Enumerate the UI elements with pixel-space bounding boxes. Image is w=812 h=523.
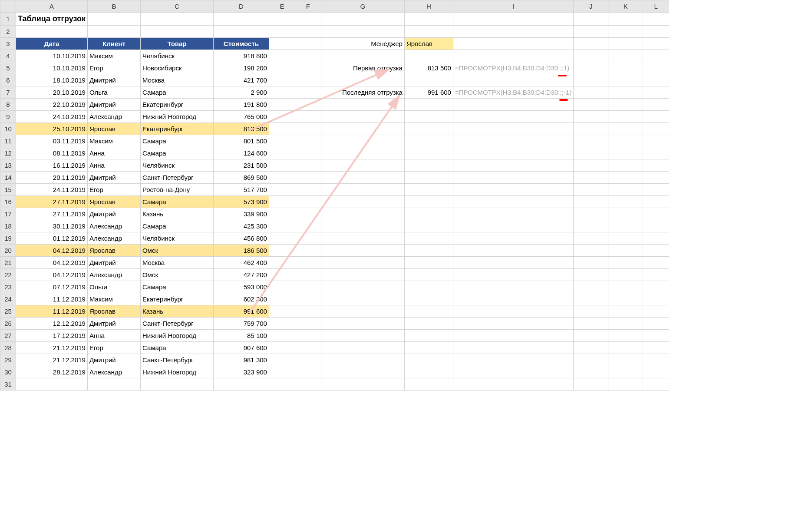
- cell-H18[interactable]: [404, 220, 453, 232]
- cell-L30[interactable]: [643, 366, 669, 378]
- cell-D2[interactable]: [213, 26, 269, 38]
- cell-K10[interactable]: [608, 123, 643, 135]
- row-header-14[interactable]: 14: [0, 172, 16, 184]
- cell-B10[interactable]: Ярослав: [87, 123, 140, 135]
- cell-E3[interactable]: [269, 38, 295, 50]
- cell-J6[interactable]: [574, 74, 608, 86]
- cell-A29[interactable]: 21.12.2019: [16, 354, 88, 366]
- cell-H22[interactable]: [404, 269, 453, 281]
- cell-C12[interactable]: Самара: [140, 147, 213, 159]
- cell-C15[interactable]: Ростов-на-Дону: [140, 184, 213, 196]
- cell-B5[interactable]: Егор: [87, 62, 140, 74]
- cell-K16[interactable]: [608, 196, 643, 208]
- cell-K22[interactable]: [608, 269, 643, 281]
- cell-K31[interactable]: [608, 378, 643, 391]
- col-header-A[interactable]: A: [16, 0, 88, 13]
- cell-B25[interactable]: Ярослав: [87, 305, 140, 318]
- cell-F14[interactable]: [295, 172, 321, 184]
- cell-E11[interactable]: [269, 135, 295, 147]
- cell-D18[interactable]: 425 300: [213, 220, 269, 232]
- cell-A2[interactable]: [16, 26, 88, 38]
- cell-L28[interactable]: [643, 342, 669, 354]
- cell-C18[interactable]: Самара: [140, 220, 213, 232]
- cell-F8[interactable]: [295, 99, 321, 111]
- cell-L5[interactable]: [643, 62, 669, 74]
- cell-E2[interactable]: [269, 26, 295, 38]
- cell-F5[interactable]: [295, 62, 321, 74]
- cell-I28[interactable]: [453, 342, 573, 354]
- cell-D10[interactable]: 813 500: [213, 123, 269, 135]
- cell-L25[interactable]: [643, 305, 669, 318]
- cell-E6[interactable]: [269, 74, 295, 86]
- cell-I2[interactable]: [453, 26, 573, 38]
- cell-L3[interactable]: [643, 38, 669, 50]
- cell-L9[interactable]: [643, 111, 669, 123]
- cell-E17[interactable]: [269, 208, 295, 220]
- row-header-4[interactable]: 4: [0, 50, 16, 62]
- cell-G20[interactable]: [321, 245, 404, 257]
- cell-I7[interactable]: =ПРОСМОТРX(H3;B4:B30;D4:D30;;;-1): [453, 86, 573, 99]
- cell-L24[interactable]: [643, 293, 669, 305]
- cell-E25[interactable]: [269, 305, 295, 318]
- cell-F16[interactable]: [295, 196, 321, 208]
- cell-G25[interactable]: [321, 305, 404, 318]
- cell-A30[interactable]: 28.12.2019: [16, 366, 88, 378]
- cell-K21[interactable]: [608, 257, 643, 269]
- col-header-I[interactable]: I: [453, 0, 573, 13]
- cell-G22[interactable]: [321, 269, 404, 281]
- cell-K2[interactable]: [608, 26, 643, 38]
- cell-B17[interactable]: Дмитрий: [87, 208, 140, 220]
- cell-I12[interactable]: [453, 147, 573, 159]
- cell-L4[interactable]: [643, 50, 669, 62]
- cell-C19[interactable]: Челябинск: [140, 232, 213, 245]
- cell-K8[interactable]: [608, 99, 643, 111]
- cell-D3[interactable]: Стоимость: [213, 38, 269, 50]
- cell-G14[interactable]: [321, 172, 404, 184]
- cell-L10[interactable]: [643, 123, 669, 135]
- cell-F12[interactable]: [295, 147, 321, 159]
- cell-G3[interactable]: Менеджер: [321, 38, 404, 50]
- cell-L1[interactable]: [643, 13, 669, 26]
- cell-A9[interactable]: 24.10.2019: [16, 111, 88, 123]
- row-header-12[interactable]: 12: [0, 147, 16, 159]
- select-all-corner[interactable]: [0, 0, 16, 13]
- row-header-7[interactable]: 7: [0, 86, 16, 99]
- cell-E31[interactable]: [269, 378, 295, 391]
- cell-H7[interactable]: 991 600: [404, 86, 453, 99]
- cell-I6[interactable]: [453, 74, 573, 86]
- cell-I26[interactable]: [453, 318, 573, 330]
- cell-I29[interactable]: [453, 354, 573, 366]
- col-header-C[interactable]: C: [140, 0, 213, 13]
- cell-F17[interactable]: [295, 208, 321, 220]
- cell-K17[interactable]: [608, 208, 643, 220]
- cell-H5[interactable]: 813 500: [404, 62, 453, 74]
- cell-G17[interactable]: [321, 208, 404, 220]
- cell-L8[interactable]: [643, 99, 669, 111]
- cell-F4[interactable]: [295, 50, 321, 62]
- cell-K3[interactable]: [608, 38, 643, 50]
- cell-A20[interactable]: 04.12.2019: [16, 245, 88, 257]
- cell-E29[interactable]: [269, 354, 295, 366]
- cell-C10[interactable]: Екатеринбург: [140, 123, 213, 135]
- cell-D27[interactable]: 85 100: [213, 330, 269, 342]
- cell-K20[interactable]: [608, 245, 643, 257]
- cell-E14[interactable]: [269, 172, 295, 184]
- cell-I9[interactable]: [453, 111, 573, 123]
- cell-H12[interactable]: [404, 147, 453, 159]
- cell-D19[interactable]: 456 800: [213, 232, 269, 245]
- cell-I24[interactable]: [453, 293, 573, 305]
- row-header-18[interactable]: 18: [0, 220, 16, 232]
- cell-H8[interactable]: [404, 99, 453, 111]
- cell-J16[interactable]: [574, 196, 608, 208]
- cell-J13[interactable]: [574, 159, 608, 172]
- cell-H11[interactable]: [404, 135, 453, 147]
- cell-G29[interactable]: [321, 354, 404, 366]
- cell-I14[interactable]: [453, 172, 573, 184]
- row-header-30[interactable]: 30: [0, 366, 16, 378]
- cell-E9[interactable]: [269, 111, 295, 123]
- cell-I1[interactable]: [453, 13, 573, 26]
- cell-C20[interactable]: Омск: [140, 245, 213, 257]
- cell-G15[interactable]: [321, 184, 404, 196]
- cell-K9[interactable]: [608, 111, 643, 123]
- cell-L13[interactable]: [643, 159, 669, 172]
